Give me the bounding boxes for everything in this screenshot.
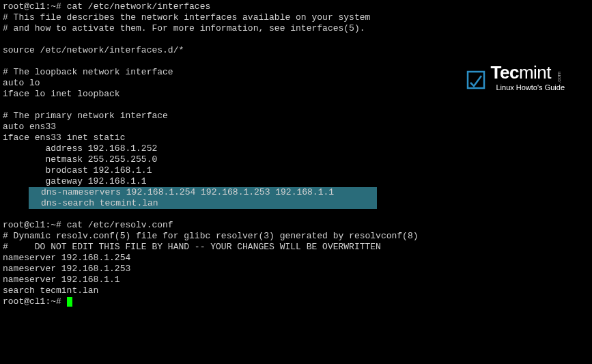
prompt-line-3: root@cl1:~# [3, 296, 589, 307]
tecmint-logo-icon [466, 70, 485, 89]
file-content: nameserver 192.168.1.254 [3, 253, 589, 264]
file-content: iface ens33 inet static [3, 132, 589, 143]
cursor[interactable] [67, 297, 72, 307]
file-content: nameserver 192.168.1.253 [3, 264, 589, 275]
logo-dotcom: .com [554, 67, 565, 83]
prompt: root@cl1:~# [3, 1, 67, 12]
file-content: gateway 192.168.1.1 [3, 176, 589, 187]
file-content: source /etc/network/interfaces.d/* [3, 45, 589, 56]
file-content: address 192.168.1.252 [3, 143, 589, 154]
highlighted-line: dns-nameservers 192.168.1.254 192.168.1.… [3, 187, 589, 198]
command: cat /etc/resolv.conf [67, 220, 173, 230]
highlighted-line: dns-search tecmint.lan [3, 198, 589, 209]
file-content: nameserver 192.168.1.1 [3, 275, 589, 285]
blank-line [3, 209, 589, 220]
file-content: auto ens33 [3, 122, 589, 132]
file-content: # This file describes the network interf… [3, 12, 589, 23]
file-content: # The primary network interface [3, 111, 589, 122]
logo-subtitle: Linux Howto's Guide [491, 82, 565, 93]
terminal-output[interactable]: root@cl1:~# cat /etc/network/interfaces … [3, 1, 589, 307]
file-content: netmask 255.255.255.0 [3, 154, 589, 165]
prompt-line-1: root@cl1:~# cat /etc/network/interfaces [3, 1, 589, 12]
prompt-line-2: root@cl1:~# cat /etc/resolv.conf [3, 220, 589, 231]
blank-line [3, 100, 589, 111]
file-content: # and how to activate them. For more inf… [3, 23, 589, 34]
dns-nameservers: dns-nameservers 192.168.1.254 192.168.1.… [29, 187, 377, 198]
prompt: root@cl1:~# [3, 220, 67, 230]
file-content: # DO NOT EDIT THIS FILE BY HAND -- YOUR … [3, 242, 589, 253]
dns-search: dns-search tecmint.lan [29, 198, 377, 209]
svg-rect-0 [468, 72, 484, 88]
prompt: root@cl1:~# [3, 296, 67, 307]
file-content: # Dynamic resolv.conf(5) file for glibc … [3, 231, 589, 242]
blank-line [3, 34, 589, 45]
logo-text-tec: Tec [491, 67, 519, 78]
command: cat /etc/network/interfaces [67, 1, 211, 12]
file-content: brodcast 192.168.1.1 [3, 165, 589, 176]
logo-text-mint: mint [519, 67, 551, 78]
tecmint-logo: Tecmint .com Linux Howto's Guide [466, 67, 565, 93]
file-content: search tecmint.lan [3, 285, 589, 296]
